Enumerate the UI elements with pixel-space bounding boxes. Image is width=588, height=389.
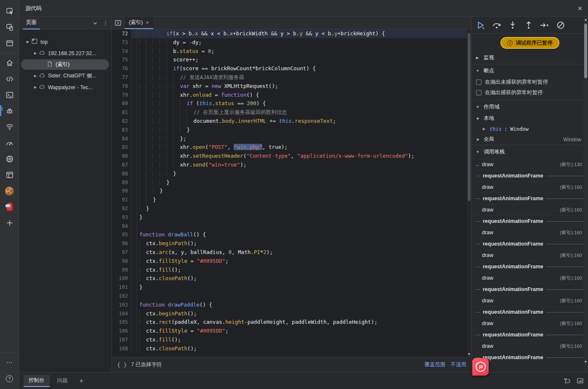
line-number[interactable]: 104 — [112, 310, 131, 318]
line-number[interactable]: 77 — [112, 73, 131, 82]
code-line[interactable]: 95function drawBall() { — [112, 230, 471, 239]
line-number[interactable]: 73 — [112, 38, 131, 47]
scope-local-row[interactable]: ▶ 本地 — [472, 113, 588, 124]
code-line[interactable]: 87 xhr.send("win=true"); — [112, 161, 471, 169]
code-line[interactable]: 88 } — [112, 169, 471, 178]
expand-arrow-icon[interactable]: ▶ — [33, 85, 38, 89]
stack-frame[interactable]: draw(索引):160 — [472, 204, 588, 215]
add-tools-icon[interactable] — [0, 215, 19, 231]
line-number[interactable]: 102 — [112, 292, 131, 301]
editor-tab-index[interactable]: (索引) × — [125, 17, 153, 29]
tree-item-top[interactable]: ▶top — [19, 36, 112, 48]
line-number[interactable]: 97 — [112, 248, 131, 257]
drawer-tab-console[interactable]: 控制台 — [24, 375, 50, 387]
line-number[interactable]: 95 — [112, 230, 131, 239]
line-number[interactable]: 92 — [112, 204, 131, 213]
code-line[interactable]: 92 } — [112, 204, 471, 213]
scroll-up-icon[interactable]: ▲ — [583, 18, 588, 21]
line-number[interactable]: 107 — [112, 336, 131, 344]
pretty-print-icon[interactable]: { } — [117, 362, 127, 368]
code-line[interactable]: 93} — [112, 213, 471, 222]
step-into-icon[interactable] — [508, 21, 517, 30]
more-options-icon[interactable]: ⋯ — [0, 355, 19, 370]
stack-frame[interactable]: draw(索引):160 — [472, 272, 588, 283]
line-number[interactable]: 85 — [112, 143, 131, 152]
step-over-icon[interactable] — [492, 21, 501, 30]
code-line[interactable]: 99 ctx.fill(); — [112, 266, 471, 275]
welcome-icon[interactable] — [0, 55, 19, 71]
tree-item-index[interactable]: (索引) — [19, 59, 112, 70]
section-watch[interactable]: ▶ 监视 — [472, 51, 588, 64]
code-line[interactable]: 85 xhr.open("POST", "win.php", true); — [112, 143, 471, 152]
code-line[interactable]: 94 — [112, 222, 471, 231]
stack-frame[interactable]: draw(索引):160 — [472, 295, 588, 306]
panels-icon[interactable] — [0, 35, 19, 51]
line-number[interactable]: 101 — [112, 283, 131, 292]
line-number[interactable]: 93 — [112, 213, 131, 222]
ai-extension-badge[interactable]: AI — [472, 358, 489, 376]
code-line[interactable]: 73 dy = -dy; — [112, 38, 471, 47]
scrollbar-thumb[interactable] — [468, 33, 471, 201]
expand-arrow-icon[interactable]: ▶ — [33, 51, 38, 55]
code-line[interactable]: 86 xhr.setRequestHeader("Content-type", … — [112, 152, 471, 161]
stack-frame[interactable]: draw(索引):160 — [472, 181, 588, 193]
toggle-navigator-icon[interactable] — [112, 17, 125, 29]
drawer-tab-issues[interactable]: 问题 — [52, 375, 73, 387]
checkbox-uncaught[interactable] — [476, 79, 482, 85]
pause-uncaught-row[interactable]: 在抛出未捕获的异常时暂停 — [472, 77, 588, 87]
scroll-down-icon[interactable]: ▼ — [583, 360, 588, 364]
line-number[interactable]: 86 — [112, 152, 131, 161]
line-number[interactable]: 100 — [112, 274, 131, 283]
application-icon[interactable] — [0, 167, 19, 183]
tree-item-wappalyzer[interactable]: ▶Wappalyzer - Tec... — [19, 82, 112, 93]
line-number[interactable]: 89 — [112, 178, 131, 187]
memory-icon[interactable] — [0, 151, 19, 167]
network-icon[interactable] — [0, 119, 19, 135]
code-line[interactable]: 104 ctx.beginPath(); — [112, 310, 471, 318]
line-number[interactable]: 88 — [112, 169, 131, 178]
code-line[interactable]: 105 ctx.rect(paddleX, canvas.height-padd… — [112, 318, 471, 327]
debugger-scrollbar[interactable]: ▲ ▼ — [583, 17, 588, 372]
amongus-extension-icon[interactable] — [0, 199, 19, 215]
dock-panel-icon[interactable] — [577, 377, 584, 384]
scope-this-row[interactable]: ▶ this: Window — [472, 124, 588, 134]
line-number[interactable]: 87 — [112, 161, 131, 169]
code-line[interactable]: 74 b.status = 0; — [112, 47, 471, 56]
help-icon[interactable]: ? — [0, 370, 19, 386]
line-number[interactable]: 105 — [112, 318, 131, 327]
step-out-icon[interactable] — [524, 21, 533, 30]
step-icon[interactable] — [540, 21, 549, 30]
stack-frame[interactable]: →draw(索引):130 — [472, 159, 588, 170]
editor-scrollbar[interactable]: ▼ — [467, 29, 471, 357]
expand-arrow-icon[interactable]: ▶ — [33, 74, 38, 78]
line-number[interactable]: 74 — [112, 47, 131, 56]
code-line[interactable]: 101} — [112, 283, 471, 292]
code-line[interactable]: 76 if(score == brickRowCount*brickColumn… — [112, 64, 471, 73]
code-line[interactable]: 77 // 发送AJAX请求到服务器 — [112, 73, 471, 82]
coverage-link[interactable]: 覆盖范围 — [425, 361, 446, 368]
stack-frame[interactable]: draw(索引):160 — [472, 340, 588, 352]
code-line[interactable]: 83 } — [112, 126, 471, 135]
console-icon[interactable] — [0, 87, 19, 103]
close-icon[interactable]: × — [577, 5, 582, 12]
code-line[interactable]: 80 if (this.status == 200) { — [112, 99, 471, 108]
stack-frame[interactable]: draw(索引):160 — [472, 249, 588, 261]
line-number[interactable]: 91 — [112, 196, 131, 204]
code-line[interactable]: 98 ctx.fillStyle = "#0095DD"; — [112, 257, 471, 266]
section-scope[interactable]: ▼ 作用域 — [472, 101, 588, 113]
code-line[interactable]: 100 ctx.closePath(); — [112, 274, 471, 283]
sources-icon[interactable] — [0, 103, 19, 119]
code-line[interactable]: 72 if(x > b.x && x < b.x+brickWidth && y… — [112, 29, 471, 38]
code-line[interactable]: 90 } — [112, 187, 471, 196]
add-drawer-tab-icon[interactable]: + — [75, 377, 88, 385]
tree-item-origin[interactable]: ▶192.168.25.227:32... — [19, 48, 112, 59]
cookie-extension-icon[interactable] — [0, 183, 19, 199]
performance-icon[interactable] — [0, 135, 19, 151]
stack-frame[interactable]: draw(索引):160 — [472, 227, 588, 238]
elements-icon[interactable] — [0, 71, 19, 87]
code-line[interactable]: 82 document.body.innerHTML += this.respo… — [112, 117, 471, 126]
line-number[interactable]: 79 — [112, 91, 131, 100]
line-number[interactable]: 83 — [112, 126, 131, 135]
line-number[interactable]: 82 — [112, 117, 131, 126]
stack-frame[interactable]: draw(索引):160 — [472, 318, 588, 329]
